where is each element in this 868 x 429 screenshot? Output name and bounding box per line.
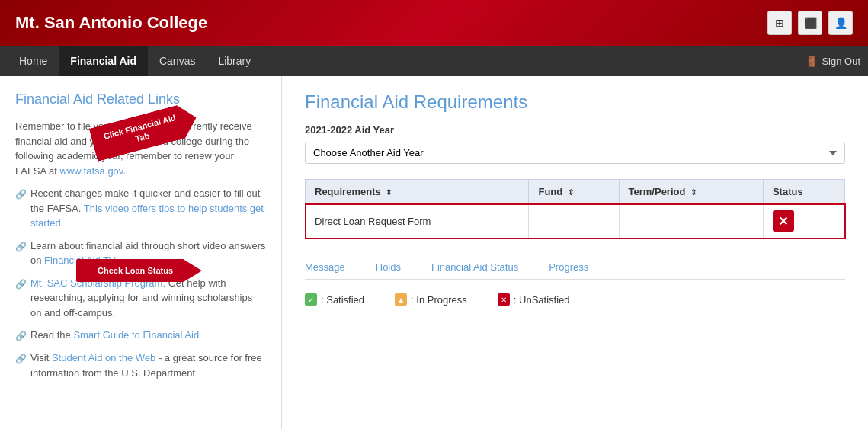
col-status: Status [763,180,844,204]
legend-header-fa-status: Financial Aid Status [431,261,518,273]
sidebar-link-4: 🔗 Read the Smart Guide to Financial Aid. [15,328,266,343]
sidebar: Financial Aid Related Links Click Financ… [0,76,282,429]
right-content: Financial Aid Requirements 2021-2022 Aid… [282,76,868,429]
fund-cell [529,204,619,239]
col-requirements: Requirements ⇕ [306,180,529,204]
student-aid-link[interactable]: Student Aid on the Web [52,352,155,363]
user-icon-btn[interactable]: 👤 [828,11,853,35]
header: Mt. San Antonio College ⊞ ⬛ 👤 [0,0,868,46]
unsatisfied-label: : UnSatisfied [514,294,570,306]
sidebar-link-1: 🔗 Recent changes make it quicker and eas… [15,186,266,231]
aid-year-dropdown[interactable]: Choose Another Aid Year [305,142,845,164]
legend-section: Message Holds Financial Aid Status Progr… [305,261,845,306]
fafsa-link[interactable]: www.fafsa.gov [60,165,123,177]
video-link[interactable]: This video offers tips to help students … [30,203,264,229]
sidebar-link-5: 🔗 Visit Student Aid on the Web - a great… [15,351,266,380]
in-progress-label: : In Progress [411,294,467,306]
legend-header-message: Message [305,261,345,273]
sort-term-icon[interactable]: ⇕ [690,188,697,197]
status-unsatisfied-button[interactable]: ✕ [773,210,794,232]
header-icon-group: ⊞ ⬛ 👤 [767,11,853,35]
sort-requirements-icon[interactable]: ⇕ [386,188,392,197]
table-row: Direct Loan Request Form ✕ [306,204,845,239]
aid-year-label: 2021-2022 Aid Year [305,124,845,136]
navbar: Home Financial Aid Canvas Library 🚪 Sign… [0,46,868,76]
nav-financial-aid[interactable]: Financial Aid [59,46,148,76]
link-icon-2: 🔗 [15,240,27,254]
org-icon-btn[interactable]: ⬛ [798,11,822,35]
satisfied-label: : Satisfied [321,294,364,306]
nav-library[interactable]: Library [207,46,262,76]
sort-fund-icon[interactable]: ⇕ [568,188,574,197]
nav-canvas[interactable]: Canvas [148,46,207,76]
legend-unsatisfied: ✕ : UnSatisfied [498,293,570,306]
main-content: Financial Aid Related Links Click Financ… [0,76,868,429]
college-title: Mt. San Antonio College [15,13,207,33]
legend-items: ✓ : Satisfied ▲ : In Progress ✕ : UnSati… [305,287,845,306]
legend-in-progress: ▲ : In Progress [395,293,467,306]
link-icon-3: 🔗 [15,277,27,291]
unsatisfied-icon: ✕ [498,293,510,306]
requirement-cell: Direct Loan Request Form [306,204,529,239]
nav-home[interactable]: Home [8,46,59,76]
link-icon-5: 🔗 [15,352,27,366]
requirements-table: Requirements ⇕ Fund ⇕ Term/Period ⇕ Stat… [305,179,845,239]
sidebar-title: Financial Aid Related Links [15,91,266,107]
link-icon-4: 🔗 [15,329,27,343]
sidebar-link-3: 🔗 Mt. SAC Scholarship Program. Get help … [15,276,266,321]
page-title: Financial Aid Requirements [305,91,845,113]
col-fund: Fund ⇕ [529,180,619,204]
smart-guide-link[interactable]: Smart Guide to Financial Aid. [73,329,201,341]
status-cell: ✕ [763,204,844,239]
legend-header-holds: Holds [376,261,401,273]
col-term-period: Term/Period ⇕ [619,180,763,204]
signout-button[interactable]: 🚪 Sign Out [806,56,860,67]
link-icon-1: 🔗 [15,187,27,201]
signout-icon: 🚪 [806,56,818,67]
legend-header-progress: Progress [549,261,588,273]
legend-satisfied: ✓ : Satisfied [305,293,364,306]
satisfied-icon: ✓ [305,293,317,306]
signout-label: Sign Out [822,56,860,67]
legend-header: Message Holds Financial Aid Status Progr… [305,261,845,280]
term-period-cell [619,204,763,239]
in-progress-icon: ▲ [395,293,407,306]
office-icon-btn[interactable]: ⊞ [767,11,792,35]
arrow-check-loan-status: Check Loan Status [76,259,202,282]
